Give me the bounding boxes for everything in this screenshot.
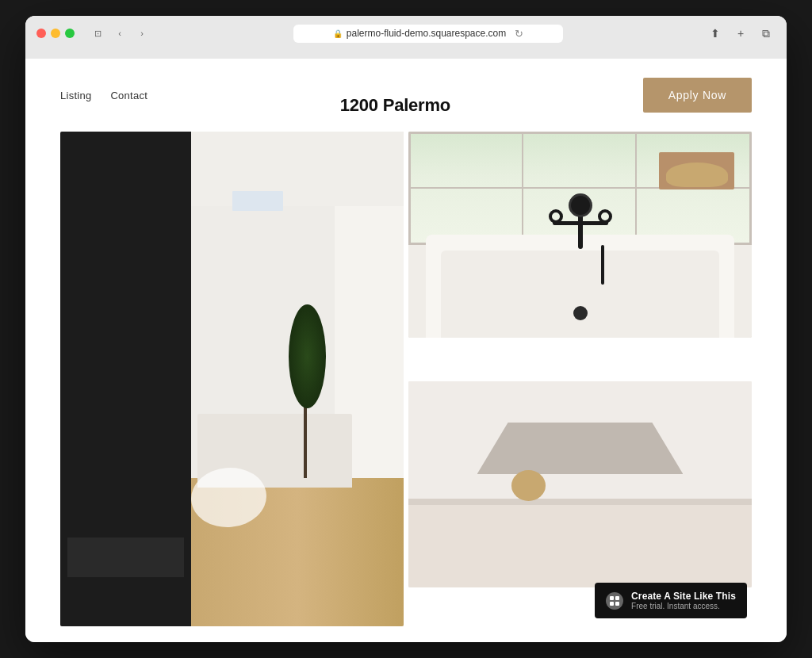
image-gallery: Create A Site Like This Free trial. Inst… xyxy=(25,132,787,642)
browser-chrome: ⊡ ‹ › 🔒 palermo-fluid-demo.squarespace.c… xyxy=(25,16,787,59)
browser-top-bar: ⊡ ‹ › 🔒 palermo-fluid-demo.squarespace.c… xyxy=(36,24,776,43)
lock-icon: 🔒 xyxy=(333,29,343,38)
lr-skylight xyxy=(232,191,284,211)
browser-tabs xyxy=(36,49,776,59)
url-text: palermo-fluid-demo.squarespace.com xyxy=(347,28,506,39)
site-nav: Listing Contact 1200 Palermo Apply Now xyxy=(25,59,787,132)
lr-plant xyxy=(287,304,328,477)
svg-rect-3 xyxy=(615,602,619,606)
bath-handle-left xyxy=(549,209,563,224)
bath-hose xyxy=(601,245,604,285)
bath-shower-head xyxy=(569,193,592,217)
living-room-scene xyxy=(60,132,404,626)
bath-drain xyxy=(573,306,588,320)
maximize-button[interactable] xyxy=(65,29,75,38)
svg-rect-0 xyxy=(610,596,614,600)
address-bar-container: 🔒 palermo-fluid-demo.squarespace.com ↻ xyxy=(159,25,698,43)
kitchen-items xyxy=(511,470,546,501)
forward-button[interactable]: › xyxy=(133,25,151,42)
reload-icon[interactable]: ↻ xyxy=(515,28,523,40)
bathroom-scene xyxy=(408,132,752,338)
address-bar[interactable]: 🔒 palermo-fluid-demo.squarespace.com ↻ xyxy=(293,25,563,43)
tab-overview-icon[interactable]: ⧉ xyxy=(756,24,776,43)
browser-window: ⊡ ‹ › 🔒 palermo-fluid-demo.squarespace.c… xyxy=(25,16,787,642)
share-icon[interactable]: ⬆ xyxy=(706,24,725,43)
gallery-image-bathroom xyxy=(408,132,752,338)
nav-links: Listing Contact xyxy=(60,90,147,101)
gallery-image-kitchen xyxy=(408,381,752,587)
gallery-image-living-room xyxy=(60,132,404,626)
kitchen-hood xyxy=(477,423,684,474)
kitchen-scene xyxy=(408,381,752,587)
minimize-button[interactable] xyxy=(51,29,60,38)
squarespace-badge[interactable]: Create A Site Like This Free trial. Inst… xyxy=(595,583,747,618)
nav-contact[interactable]: Contact xyxy=(110,90,147,101)
kitchen-counter xyxy=(408,505,752,587)
close-button[interactable] xyxy=(36,29,46,38)
lr-fireplace xyxy=(67,537,184,577)
svg-rect-2 xyxy=(610,602,614,606)
bath-accessories xyxy=(666,163,728,187)
badge-text: Create A Site Like This Free trial. Inst… xyxy=(631,591,736,610)
bath-handle-right xyxy=(598,209,612,224)
back-button[interactable]: ‹ xyxy=(111,25,128,42)
nav-listing[interactable]: Listing xyxy=(60,90,91,101)
squarespace-logo-icon xyxy=(606,592,623,610)
traffic-lights xyxy=(36,29,75,38)
window-resize-icon[interactable]: ⊡ xyxy=(89,25,106,42)
browser-nav-controls: ⊡ ‹ › xyxy=(89,25,151,42)
badge-subtitle: Free trial. Instant access. xyxy=(631,602,736,610)
badge-title: Create A Site Like This xyxy=(631,591,736,602)
apply-now-button[interactable]: Apply Now xyxy=(643,78,752,113)
svg-rect-1 xyxy=(615,596,619,600)
lr-ceiling xyxy=(191,132,404,206)
site-title: 1200 Palermo xyxy=(340,95,450,116)
website-content: Listing Contact 1200 Palermo Apply Now xyxy=(25,59,787,642)
bath-faucet xyxy=(541,193,620,273)
browser-actions: ⬆ + ⧉ xyxy=(706,24,776,43)
new-tab-icon[interactable]: + xyxy=(731,24,750,43)
